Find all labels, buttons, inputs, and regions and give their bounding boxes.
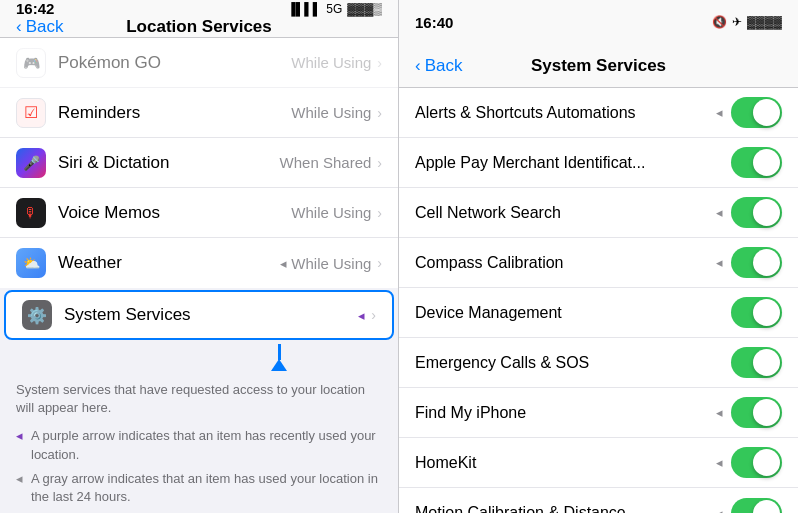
pokemon-label: Pokémon GO [58,53,291,73]
list-item-find-my[interactable]: Find My iPhone ◂ [399,388,798,438]
right-panel: 16:40 🔇 ✈ ▓▓▓▓ ‹ Back System Services Al… [399,0,798,513]
info-section: System services that have requested acce… [0,373,398,513]
list-item-emergency[interactable]: Emergency Calls & SOS [399,338,798,388]
cell-network-toggle[interactable] [731,197,782,228]
blue-arrow-indicator [0,342,398,373]
left-panel: 16:42 ▐▌▌▌ 5G ▓▓▓▒ ‹ Back Location Servi… [0,0,399,513]
list-item-device-management[interactable]: Device Management [399,288,798,338]
siri-label: Siri & Dictation [58,153,280,173]
left-status-bar: 16:42 ▐▌▌▌ 5G ▓▓▓▒ [0,0,398,17]
left-time: 16:42 [16,0,54,17]
emergency-toggle[interactable] [731,347,782,378]
compass-arrow-icon: ◂ [716,255,723,270]
list-item-reminders[interactable]: ☑ Reminders While Using › [0,88,398,138]
weather-icon: ⛅ [16,248,46,278]
list-item-system-services[interactable]: ⚙️ System Services ◂ › [4,290,394,340]
system-services-chevron-icon: › [371,307,376,323]
legend-item-purple: ◂ A purple arrow indicates that an item … [16,427,382,463]
list-item-alerts[interactable]: Alerts & Shortcuts Automations ◂ [399,88,798,138]
apple-pay-toggle[interactable] [731,147,782,178]
find-my-label: Find My iPhone [415,404,716,422]
siri-value: When Shared [280,154,372,171]
alerts-arrow-icon: ◂ [716,105,723,120]
list-item-pokemon[interactable]: 🎮 Pokémon GO While Using › [0,38,398,88]
right-nav-bar: ‹ Back System Services [399,44,798,88]
list-item-motion[interactable]: Motion Calibration & Distance ◂ [399,488,798,513]
right-nav-title: System Services [531,56,666,76]
cell-network-arrow-icon: ◂ [716,205,723,220]
list-item-weather[interactable]: ⛅ Weather ◂ While Using › [0,238,398,288]
right-list-section: Alerts & Shortcuts Automations ◂ Apple P… [399,88,798,513]
network-type-label: 5G [326,2,342,16]
emergency-label: Emergency Calls & SOS [415,354,731,372]
motion-label: Motion Calibration & Distance [415,504,716,513]
find-my-arrow-icon: ◂ [716,405,723,420]
left-list-section: 🎮 Pokémon GO While Using › ☑ Reminders W… [0,38,398,288]
right-back-label[interactable]: Back [425,56,463,76]
reminders-value: While Using [291,104,371,121]
compass-toggle[interactable] [731,247,782,278]
pokemon-value: While Using [291,54,371,71]
alerts-label: Alerts & Shortcuts Automations [415,104,716,122]
compass-label: Compass Calibration [415,254,716,272]
system-services-icon: ⚙️ [22,300,52,330]
weather-value: While Using [291,255,371,272]
system-services-arrow-icon: ◂ [358,308,365,323]
list-item-siri[interactable]: 🎤 Siri & Dictation When Shared › [0,138,398,188]
reminders-chevron-icon: › [377,105,382,121]
list-item-compass[interactable]: Compass Calibration ◂ [399,238,798,288]
voice-memos-icon: 🎙 [16,198,46,228]
mute-icon: 🔇 [712,15,727,29]
voice-memos-label: Voice Memos [58,203,291,223]
pokemon-icon: 🎮 [16,48,46,78]
weather-arrow-icon: ◂ [280,256,287,271]
left-chevron-icon: ‹ [16,17,22,37]
motion-arrow-icon: ◂ [716,506,723,514]
weather-chevron-icon: › [377,255,382,271]
weather-label: Weather [58,253,280,273]
cell-network-label: Cell Network Search [415,204,716,222]
motion-toggle[interactable] [731,498,782,514]
system-services-info-text: System services that have requested acce… [16,381,382,417]
device-management-toggle[interactable] [731,297,782,328]
list-item-cell-network[interactable]: Cell Network Search ◂ [399,188,798,238]
right-status-bar: 16:40 🔇 ✈ ▓▓▓▓ [399,0,798,44]
siri-chevron-icon: › [377,155,382,171]
airplane-icon: ✈ [732,15,742,29]
signal-bars-icon: ▐▌▌▌ [287,2,321,16]
right-status-icons: 🔇 ✈ ▓▓▓▓ [712,15,782,29]
legend-purple-text: A purple arrow indicates that an item ha… [31,427,382,463]
homekit-label: HomeKit [415,454,716,472]
left-status-icons: ▐▌▌▌ 5G ▓▓▓▒ [287,2,382,16]
pokemon-chevron-icon: › [377,55,382,71]
list-item-voice-memos[interactable]: 🎙 Voice Memos While Using › [0,188,398,238]
reminders-icon: ☑ [16,98,46,128]
system-services-label: System Services [64,305,358,325]
reminders-label: Reminders [58,103,291,123]
gray-arrow-icon: ◂ [16,471,23,486]
siri-icon: 🎤 [16,148,46,178]
voice-memos-value: While Using [291,204,371,221]
find-my-toggle[interactable] [731,397,782,428]
right-time: 16:40 [415,14,453,31]
homekit-toggle[interactable] [731,447,782,478]
homekit-arrow-icon: ◂ [716,455,723,470]
right-chevron-icon: ‹ [415,56,421,76]
list-item-homekit[interactable]: HomeKit ◂ [399,438,798,488]
legend-gray-text: A gray arrow indicates that an item has … [31,470,382,506]
legend-item-gray: ◂ A gray arrow indicates that an item ha… [16,470,382,506]
left-back-button[interactable]: ‹ Back [16,17,63,37]
list-item-apple-pay[interactable]: Apple Pay Merchant Identificat... [399,138,798,188]
voice-memos-chevron-icon: › [377,205,382,221]
right-battery-icon: ▓▓▓▓ [747,15,782,29]
right-back-button[interactable]: ‹ Back [415,56,462,76]
apple-pay-label: Apple Pay Merchant Identificat... [415,154,731,172]
purple-arrow-icon: ◂ [16,428,23,443]
battery-icon: ▓▓▓▒ [347,2,382,16]
left-nav-bar: ‹ Back Location Services [0,17,398,38]
left-nav-title: Location Services [126,17,272,37]
left-back-label[interactable]: Back [26,17,64,37]
alerts-toggle[interactable] [731,97,782,128]
device-management-label: Device Management [415,304,731,322]
